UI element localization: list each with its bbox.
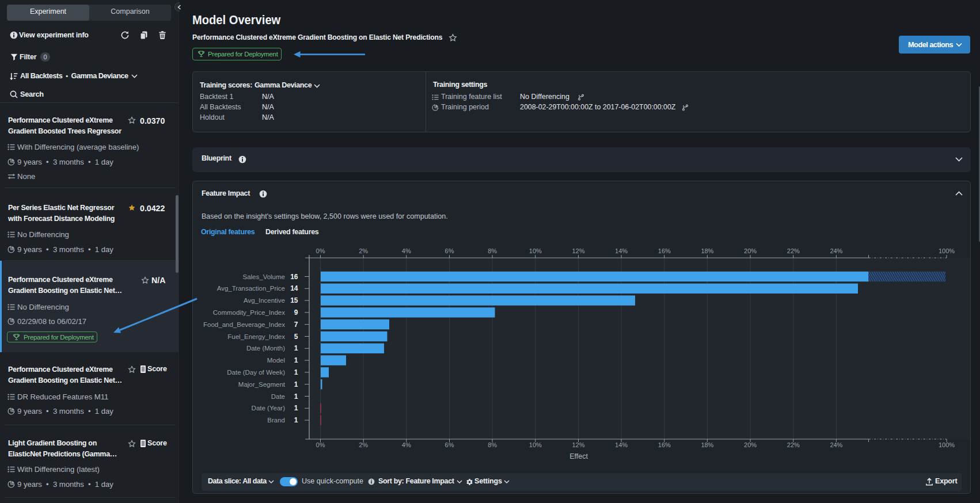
svg-text:16: 16 [290,273,298,281]
svg-text:15: 15 [290,296,298,304]
svg-text:Date (Year): Date (Year) [252,405,286,411]
svg-text:Brand: Brand [267,417,285,424]
svg-text:1: 1 [294,368,298,376]
svg-text:9: 9 [294,308,298,317]
svg-text:Date (Day of Week): Date (Day of Week) [227,369,285,376]
svg-text:Model: Model [267,357,285,364]
svg-text:Major_Segment: Major_Segment [238,381,286,388]
svg-text:10%: 10% [529,441,542,448]
svg-text:100%: 100% [939,441,955,448]
svg-text:4%: 4% [402,247,411,254]
svg-text:8%: 8% [488,441,497,448]
svg-text:20%: 20% [744,441,757,448]
svg-text:7: 7 [294,321,298,329]
svg-text:10%: 10% [529,247,542,254]
svg-text:18%: 18% [701,441,713,448]
svg-text:12%: 12% [572,441,584,448]
svg-text:0%: 0% [316,441,325,448]
svg-text:2%: 2% [359,247,368,254]
svg-text:0%: 0% [316,247,325,254]
svg-text:20%: 20% [744,247,757,254]
svg-text:18%: 18% [701,247,713,254]
svg-text:24%: 24% [830,247,842,254]
svg-text:1: 1 [294,404,298,412]
svg-text:12%: 12% [572,247,584,254]
svg-text:1: 1 [294,380,298,388]
svg-text:14%: 14% [615,247,628,254]
svg-text:Commodity_Price_Index: Commodity_Price_Index [213,309,286,316]
svg-text:1: 1 [294,356,298,364]
svg-text:Sales_Volume: Sales_Volume [242,273,285,280]
svg-text:14%: 14% [615,441,628,448]
svg-text:1: 1 [294,393,298,401]
svg-text:14: 14 [290,284,298,292]
svg-text:Effect: Effect [569,452,588,460]
svg-text:Avg_Transaction_Price: Avg_Transaction_Price [217,285,285,292]
svg-text:Avg_Incentive: Avg_Incentive [244,297,285,304]
svg-text:16%: 16% [658,247,671,254]
svg-text:Date (Month): Date (Month) [246,345,285,352]
svg-text:22%: 22% [787,441,800,448]
svg-text:1: 1 [294,344,298,352]
svg-text:Date: Date [271,393,285,400]
svg-text:6%: 6% [445,441,454,448]
svg-text:16%: 16% [658,441,671,448]
svg-text:1: 1 [294,416,298,424]
svg-text:100%: 100% [939,247,955,254]
svg-text:Fuel_Energy_Index: Fuel_Energy_Index [227,333,285,340]
svg-text:24%: 24% [830,441,842,448]
svg-text:4%: 4% [402,441,411,448]
svg-text:Food_and_Beverage_Index: Food_and_Beverage_Index [203,321,285,328]
svg-text:5: 5 [294,333,298,341]
svg-text:8%: 8% [488,247,497,254]
svg-text:2%: 2% [359,441,368,448]
svg-text:6%: 6% [445,247,454,254]
svg-text:22%: 22% [787,247,800,254]
